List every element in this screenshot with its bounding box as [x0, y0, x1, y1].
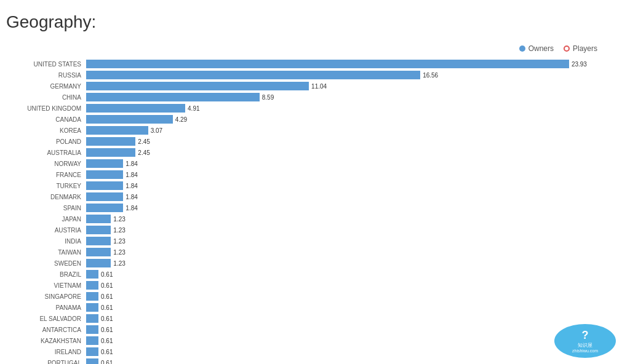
chart-row: IRELAND0.61	[6, 347, 616, 357]
bar-value: 23.93	[572, 61, 587, 68]
bar	[86, 336, 98, 345]
bar	[86, 115, 173, 124]
country-label: JAPAN	[6, 216, 86, 223]
page-title: Geography:	[6, 12, 616, 32]
country-label: PORTUGAL	[6, 360, 86, 365]
bar-container: 1.23	[86, 226, 616, 234]
bar-container: 4.29	[86, 115, 616, 124]
bar-container: 2.45	[86, 137, 616, 146]
bar	[86, 325, 98, 334]
bar-value: 0.61	[101, 271, 113, 278]
bar-value: 3.07	[151, 127, 162, 134]
players-dot-icon	[564, 46, 570, 52]
chart-row: FRANCE1.84	[6, 170, 616, 180]
country-label: UNITED KINGDOM	[6, 105, 86, 112]
bar-value: 1.23	[113, 249, 125, 256]
chart-row: UNITED KINGDOM4.91	[6, 103, 616, 113]
bar-container: 4.91	[86, 104, 616, 113]
bar	[86, 292, 98, 301]
bar	[86, 215, 111, 223]
country-label: GERMANY	[6, 83, 86, 90]
chart-row: TURKEY1.84	[6, 181, 616, 191]
country-label: AUSTRIA	[6, 227, 86, 234]
bar-value: 0.61	[101, 338, 113, 344]
chart-row: UNITED STATES23.93	[6, 59, 616, 69]
legend-owners: Owners	[519, 44, 554, 53]
chart-row: TAIWAN1.23	[6, 247, 616, 257]
bar-container: 11.04	[86, 82, 616, 90]
bar-container: 1.84	[86, 170, 616, 179]
bar-container: 1.23	[86, 248, 616, 256]
country-label: KAZAKHSTAN	[6, 338, 86, 344]
country-label: UNITED STATES	[6, 61, 86, 68]
country-label: SINGAPORE	[6, 293, 86, 300]
chart-row: CHINA8.59	[6, 92, 616, 102]
bar	[86, 204, 123, 212]
bar-value: 2.45	[138, 138, 150, 145]
bar-value: 11.04	[311, 83, 327, 90]
country-label: VIETNAM	[6, 282, 86, 289]
bar	[86, 104, 185, 113]
bar	[86, 358, 98, 364]
bar-container: 1.84	[86, 204, 616, 212]
bar-value: 0.61	[101, 293, 113, 300]
chart-row: EL SALVADOR0.61	[6, 314, 616, 323]
bar	[86, 237, 111, 245]
legend-players: Players	[564, 44, 597, 53]
bar	[86, 159, 123, 168]
chart-row: KAZAKHSTAN0.61	[6, 336, 616, 346]
bar-container: 0.61	[86, 314, 616, 323]
bar-container: 2.45	[86, 148, 616, 157]
bar-container: 0.61	[86, 303, 616, 312]
bar-value: 0.61	[101, 282, 113, 289]
bar-container: 1.23	[86, 259, 616, 267]
bar-container: 0.61	[86, 292, 616, 301]
bar-container: 8.59	[86, 93, 616, 101]
bar-container: 1.23	[86, 237, 616, 245]
chart-row: ANTARCTICA0.61	[6, 325, 616, 334]
bar	[86, 60, 569, 68]
bar-container: 0.61	[86, 325, 616, 334]
bar-value: 0.61	[101, 349, 113, 355]
chart-row: KOREA3.07	[6, 125, 616, 135]
bar-value: 1.84	[126, 160, 137, 167]
bar	[86, 248, 111, 256]
owners-dot-icon	[519, 46, 525, 52]
chart-row: AUSTRIA1.23	[6, 225, 616, 235]
bar-container: 0.61	[86, 281, 616, 290]
bar-container: 0.61	[86, 270, 616, 279]
bar	[86, 270, 98, 279]
country-label: SPAIN	[6, 205, 86, 212]
bar-container: 3.07	[86, 126, 616, 135]
bar	[86, 226, 111, 234]
owners-label: Owners	[528, 44, 554, 53]
bar	[86, 259, 111, 267]
bar-value: 1.23	[113, 238, 125, 245]
bar-value: 4.91	[188, 105, 199, 112]
chart-row: RUSSIA16.56	[6, 70, 616, 80]
country-label: TAIWAN	[6, 249, 86, 256]
bar	[86, 126, 148, 135]
bar	[86, 192, 123, 201]
bar-container: 16.56	[86, 71, 616, 79]
country-label: CANADA	[6, 116, 86, 123]
chart-row: PANAMA0.61	[6, 303, 616, 312]
chart-row: INDIA1.23	[6, 236, 616, 246]
bar-value: 1.84	[126, 172, 137, 178]
bar-value: 1.23	[113, 260, 125, 267]
bar-container: 0.61	[86, 336, 616, 345]
bar-container: 1.84	[86, 192, 616, 201]
bar	[86, 148, 135, 157]
bar	[86, 82, 309, 90]
chart-row: GERMANY11.04	[6, 81, 616, 91]
bar-container: 1.84	[86, 181, 616, 190]
bar-value: 1.23	[113, 216, 125, 223]
bar-container: 23.93	[86, 60, 616, 68]
bar-value: 0.61	[101, 326, 113, 333]
chart-row: JAPAN1.23	[6, 214, 616, 224]
bar-container: 0.61	[86, 347, 616, 356]
bar	[86, 347, 98, 356]
country-label: DENMARK	[6, 194, 86, 200]
country-label: ANTARCTICA	[6, 326, 86, 333]
country-label: FRANCE	[6, 172, 86, 178]
